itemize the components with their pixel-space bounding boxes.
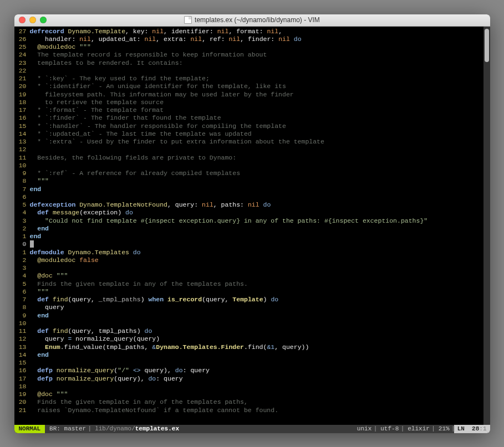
code-line[interactable]: 27defrecord Dynamo.Template, key: nil, i… (14, 28, 490, 35)
code-content[interactable]: Finds the given template in any of the t… (30, 280, 248, 288)
code-line[interactable]: 9 end (14, 312, 490, 320)
percent-segment: 21% (434, 425, 454, 433)
code-line[interactable]: 7 def find(query, _tmpl_paths) when is_r… (14, 296, 490, 304)
code-line[interactable]: 15 * `:handler` - The handler responsibl… (14, 122, 490, 130)
code-line[interactable]: 3 (14, 264, 490, 272)
code-content[interactable]: defmodule Dynamo.Templates do (30, 249, 141, 256)
code-line[interactable]: 1end (14, 233, 490, 240)
code-content[interactable]: @doc """ (30, 391, 68, 398)
code-line[interactable]: 6 (14, 193, 490, 201)
code-line[interactable]: 11 Besides, the following fields are pri… (14, 154, 490, 162)
code-line[interactable]: 8 """ (14, 177, 490, 185)
code-line[interactable]: 8 query (14, 304, 490, 311)
code-line[interactable]: 12 (14, 146, 490, 153)
code-content[interactable]: def find(query, _tmpl_paths) when is_rec… (30, 296, 279, 304)
code-lines[interactable]: 27defrecord Dynamo.Template, key: nil, i… (14, 27, 490, 415)
code-content[interactable]: @moduledoc """ (30, 43, 91, 51)
code-line[interactable]: 13 * `:extra` - Used by the finder to pu… (14, 138, 490, 146)
code-line[interactable]: 10 (14, 320, 490, 327)
code-line[interactable]: 12 query = normalize_query(query) (14, 335, 490, 343)
code-line[interactable]: 26 handler: nil, updated_at: nil, extra:… (14, 35, 490, 43)
code-content[interactable]: defrecord Dynamo.Template, key: nil, ide… (30, 28, 283, 35)
code-content[interactable]: defp normalize_query(query), do: query (30, 375, 183, 383)
code-line[interactable]: 19 filesystem path. This information may… (14, 91, 490, 99)
code-line[interactable]: 9 * `:ref` - A reference for already com… (14, 169, 490, 177)
code-line[interactable]: 15 (14, 359, 490, 367)
code-content[interactable]: templates to be rendered. It contains: (30, 59, 183, 67)
code-line[interactable]: 21 raises `Dynamo.TemplateNotfound` if a… (14, 407, 490, 414)
code-content[interactable]: query (30, 304, 64, 311)
minimize-button[interactable] (29, 17, 36, 23)
code-content[interactable]: Enum.find_value(tmpl_paths, &Dynamo.Temp… (30, 343, 309, 351)
code-line[interactable]: 14 * `:updated_at` - The last time the t… (14, 130, 490, 138)
code-line[interactable]: 1defmodule Dynamo.Templates do (14, 249, 490, 256)
code-content[interactable]: * `:handler` - The handler responsible f… (30, 122, 286, 130)
code-line[interactable]: 5 Finds the given template in any of the… (14, 280, 490, 288)
code-content[interactable]: raises `Dynamo.TemplateNotfound` if a te… (30, 407, 279, 414)
code-content[interactable]: * `:ref` - A reference for already compi… (30, 169, 241, 177)
code-line[interactable]: 16 * `:finder` - The finder that found t… (14, 114, 490, 122)
code-line[interactable]: 19 @doc """ (14, 391, 490, 398)
code-line[interactable]: 4 @doc """ (14, 272, 490, 280)
code-line[interactable]: 20 * `:identifier` - An unique identifie… (14, 83, 490, 90)
code-content[interactable] (30, 240, 34, 248)
code-content[interactable]: * `:identifier` - An unique identifier f… (30, 83, 286, 90)
code-content[interactable]: query = normalize_query(query) (30, 335, 160, 343)
code-content[interactable]: * `:key` - The key used to find the temp… (30, 75, 210, 83)
code-line[interactable]: 4 def message(exception) do (14, 209, 490, 217)
code-line[interactable]: 24 The template record is responsible to… (14, 51, 490, 59)
code-content[interactable]: end (30, 312, 49, 320)
code-content[interactable]: filesystem path. This information may be… (30, 91, 294, 99)
code-content[interactable]: "Could not find template #{inspect excep… (30, 217, 428, 225)
code-line[interactable]: 18 to retrieve the template source (14, 99, 490, 106)
code-content[interactable]: defexception Dynamo.TemplateNotFound, qu… (30, 201, 271, 209)
code-content[interactable]: handler: nil, updated_at: nil, extra: ni… (30, 35, 302, 43)
code-content[interactable]: end (30, 225, 49, 233)
code-content[interactable]: to retrieve the template source (30, 99, 164, 106)
code-line[interactable]: 20 Finds the given template in any of th… (14, 398, 490, 406)
code-content[interactable]: Besides, the following fields are privat… (30, 154, 237, 162)
code-content[interactable]: end (30, 233, 42, 240)
code-line[interactable]: 6 """ (14, 288, 490, 296)
code-line[interactable]: 21 * `:key` - The key used to find the t… (14, 75, 490, 83)
code-content[interactable]: def find(query, tmpl_paths) do (30, 327, 152, 335)
code-content[interactable]: @moduledoc false (30, 256, 99, 264)
code-line[interactable]: 23 templates to be rendered. It contains… (14, 59, 490, 67)
code-line[interactable]: 17 * `:format` - The template format (14, 106, 490, 114)
code-line[interactable]: 0 (14, 240, 490, 248)
code-line[interactable]: 16 defp normalize_query("/" <> query), d… (14, 367, 490, 374)
code-content[interactable]: The template record is responsible to ke… (30, 51, 267, 59)
code-content[interactable]: end (30, 351, 49, 359)
line-number: 6 (14, 193, 30, 201)
close-button[interactable] (19, 17, 26, 23)
code-content[interactable]: * `:finder` - The finder that found the … (30, 114, 221, 122)
code-line[interactable]: 2 @moduledoc false (14, 256, 490, 264)
code-line[interactable]: 22 (14, 67, 490, 75)
code-line[interactable]: 5defexception Dynamo.TemplateNotFound, q… (14, 201, 490, 209)
scrollbar-thumb[interactable] (485, 29, 489, 62)
maximize-button[interactable] (40, 17, 47, 23)
code-content[interactable]: def message(exception) do (30, 209, 133, 217)
code-content[interactable]: Finds the given template in any of the t… (30, 398, 248, 406)
code-line[interactable]: 2 end (14, 225, 490, 233)
code-line[interactable]: 11 def find(query, tmpl_paths) do (14, 327, 490, 335)
code-line[interactable]: 25 @moduledoc """ (14, 43, 490, 51)
code-line[interactable]: 17 defp normalize_query(query), do: quer… (14, 375, 490, 383)
code-line[interactable]: 7end (14, 186, 490, 193)
code-content[interactable]: defp normalize_query("/" <> query), do: … (30, 367, 210, 374)
code-content[interactable]: * `:extra` - Used by the finder to put e… (30, 138, 324, 146)
editor-area[interactable]: 27defrecord Dynamo.Template, key: nil, i… (14, 27, 490, 425)
code-line[interactable]: 3 "Could not find template #{inspect exc… (14, 217, 490, 225)
code-content[interactable]: """ (30, 288, 49, 296)
code-content[interactable]: """ (30, 177, 49, 185)
code-content[interactable]: * `:format` - The template format (30, 106, 164, 114)
code-line[interactable]: 13 Enum.find_value(tmpl_paths, &Dynamo.T… (14, 343, 490, 351)
code-line[interactable]: 18 (14, 383, 490, 391)
code-content[interactable]: end (30, 186, 42, 193)
code-line[interactable]: 14 end (14, 351, 490, 359)
scrollbar[interactable] (483, 27, 490, 425)
line-number: 7 (14, 296, 30, 304)
code-line[interactable]: 10 (14, 162, 490, 169)
code-content[interactable]: * `:updated_at` - The last time the temp… (30, 130, 252, 138)
code-content[interactable]: @doc """ (30, 272, 68, 280)
